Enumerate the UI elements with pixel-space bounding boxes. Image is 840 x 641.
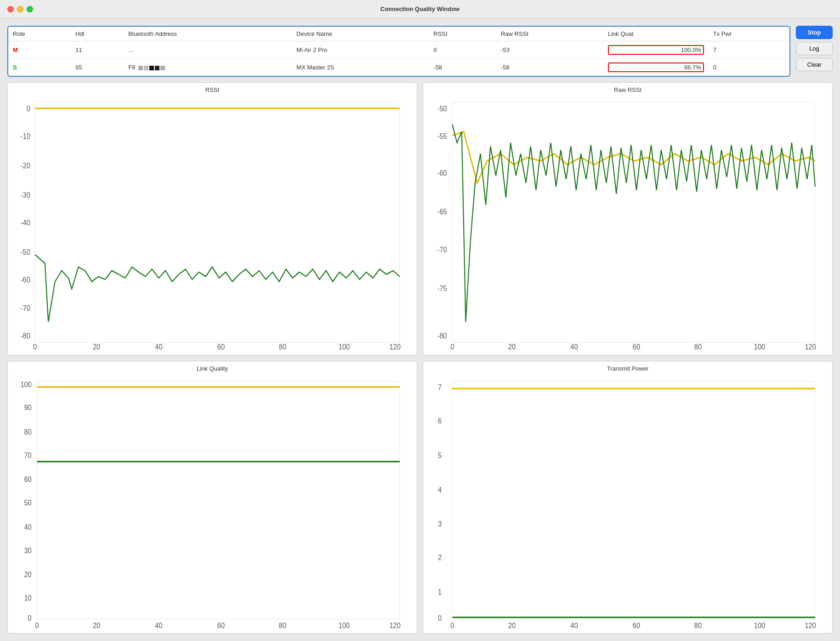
svg-text:100: 100 bbox=[20, 380, 31, 389]
svg-text:3: 3 bbox=[438, 520, 442, 528]
svg-text:-70: -70 bbox=[21, 304, 30, 312]
bt-addr-prefix: F8 bbox=[128, 64, 135, 71]
stop-button[interactable]: Stop bbox=[796, 26, 833, 39]
svg-text:100: 100 bbox=[754, 621, 765, 630]
col-header-raw-rssi: Raw RSSI bbox=[496, 27, 603, 41]
svg-text:120: 120 bbox=[805, 621, 816, 630]
svg-text:-30: -30 bbox=[21, 191, 30, 199]
col-header-hdl: Hdl bbox=[71, 27, 124, 41]
role-m: M bbox=[13, 46, 18, 53]
rssi-cell: -58 bbox=[429, 59, 496, 76]
link-quality-chart-svg: 100 90 80 70 60 50 40 30 20 10 0 0 20 40… bbox=[11, 374, 413, 630]
main-content: Role Hdl Bluetooth Address Device Name R… bbox=[0, 18, 840, 641]
svg-text:-75: -75 bbox=[437, 285, 447, 293]
rssi-cell: 0 bbox=[429, 41, 496, 59]
svg-text:-60: -60 bbox=[437, 169, 447, 177]
bt-address-cell: ... bbox=[124, 41, 292, 59]
svg-text:-65: -65 bbox=[437, 208, 447, 216]
raw-rssi-chart-box: Raw RSSI -50 -55 -60 -65 -70 -75 -80 0 2… bbox=[423, 82, 833, 355]
svg-text:10: 10 bbox=[24, 594, 32, 602]
svg-text:-10: -10 bbox=[21, 132, 30, 141]
svg-text:1: 1 bbox=[438, 588, 442, 596]
hdl-cell: 65 bbox=[71, 59, 124, 76]
svg-text:100: 100 bbox=[339, 343, 350, 351]
link-qual-value: 66.7% bbox=[608, 63, 704, 72]
link-qual-value: 100.0% bbox=[608, 45, 704, 55]
bt-address-cell: F8 bbox=[124, 59, 292, 76]
svg-text:40: 40 bbox=[570, 343, 578, 351]
svg-text:-50: -50 bbox=[21, 248, 30, 256]
svg-text:60: 60 bbox=[217, 621, 225, 630]
raw-rssi-chart-area: -50 -55 -60 -65 -70 -75 -80 0 20 40 60 8… bbox=[427, 95, 829, 351]
device-table-container: Role Hdl Bluetooth Address Device Name R… bbox=[7, 26, 790, 77]
svg-text:-70: -70 bbox=[437, 246, 447, 254]
raw-rssi-cell: -53 bbox=[496, 41, 603, 59]
svg-text:2: 2 bbox=[438, 553, 442, 561]
transmit-power-chart-svg: 7 6 5 4 3 2 1 0 0 20 40 60 80 100 120 bbox=[427, 374, 829, 630]
col-header-link-qual: Link Qual. bbox=[603, 27, 709, 41]
svg-rect-51 bbox=[37, 381, 400, 618]
transmit-power-chart-area: 7 6 5 4 3 2 1 0 0 20 40 60 80 100 120 bbox=[427, 374, 829, 630]
button-group: Stop Log Clear bbox=[796, 26, 833, 71]
svg-text:80: 80 bbox=[279, 343, 286, 351]
svg-text:-50: -50 bbox=[437, 104, 447, 113]
svg-text:60: 60 bbox=[24, 475, 32, 483]
svg-text:-60: -60 bbox=[21, 275, 30, 284]
header-section: Role Hdl Bluetooth Address Device Name R… bbox=[7, 26, 833, 77]
svg-text:40: 40 bbox=[24, 523, 32, 531]
svg-text:70: 70 bbox=[24, 451, 32, 459]
svg-rect-69 bbox=[452, 381, 815, 618]
col-header-device-name: Device Name bbox=[292, 27, 429, 41]
log-button[interactable]: Log bbox=[796, 42, 833, 55]
bt-sq-3 bbox=[149, 66, 154, 70]
col-header-tx-pwr: Tx Pwr bbox=[709, 27, 789, 41]
svg-text:20: 20 bbox=[24, 570, 32, 578]
link-quality-chart-box: Link Quality 100 90 80 70 60 50 40 30 20… bbox=[7, 361, 417, 634]
svg-text:80: 80 bbox=[694, 343, 702, 351]
svg-text:20: 20 bbox=[93, 621, 100, 630]
transmit-power-chart-title: Transmit Power bbox=[427, 365, 829, 372]
svg-rect-32 bbox=[452, 103, 815, 343]
rssi-chart-title: RSSI bbox=[11, 86, 413, 93]
svg-text:120: 120 bbox=[390, 621, 401, 630]
svg-text:100: 100 bbox=[339, 621, 350, 630]
device-name-cell: MX Master 2S bbox=[292, 59, 429, 76]
close-button[interactable] bbox=[7, 6, 14, 12]
window-title: Connection Quality Window bbox=[380, 6, 460, 12]
col-header-role: Role bbox=[8, 27, 71, 41]
link-qual-cell: 100.0% bbox=[603, 41, 709, 59]
bt-sq-1 bbox=[138, 66, 143, 70]
svg-text:50: 50 bbox=[24, 498, 32, 507]
svg-text:4: 4 bbox=[438, 485, 442, 493]
svg-text:-40: -40 bbox=[21, 218, 30, 227]
title-bar: Connection Quality Window bbox=[0, 0, 840, 18]
clear-button[interactable]: Clear bbox=[796, 58, 833, 71]
svg-text:-80: -80 bbox=[437, 332, 447, 340]
raw-rssi-chart-svg: -50 -55 -60 -65 -70 -75 -80 0 20 40 60 8… bbox=[427, 95, 829, 351]
link-qual-cell: 66.7% bbox=[603, 59, 709, 76]
link-quality-chart-title: Link Quality bbox=[11, 365, 413, 372]
svg-text:20: 20 bbox=[508, 621, 516, 630]
svg-text:0: 0 bbox=[450, 621, 454, 630]
rssi-chart-area: 0 -10 -20 -30 -40 -50 -60 -70 -80 0 20 4… bbox=[11, 95, 413, 351]
svg-text:20: 20 bbox=[93, 343, 100, 351]
svg-text:40: 40 bbox=[570, 621, 578, 630]
bt-sq-2 bbox=[144, 66, 148, 70]
svg-text:7: 7 bbox=[438, 383, 442, 391]
device-name-cell: Mi Air 2 Pro bbox=[292, 41, 429, 59]
minimize-button[interactable] bbox=[17, 6, 23, 12]
svg-rect-16 bbox=[35, 103, 400, 343]
charts-grid: RSSI 0 -10 -20 -30 -40 -50 -60 -70 -80 0… bbox=[7, 82, 833, 634]
maximize-button[interactable] bbox=[27, 6, 33, 12]
svg-text:60: 60 bbox=[633, 621, 640, 630]
svg-text:0: 0 bbox=[33, 343, 37, 351]
transmit-power-chart-box: Transmit Power 7 6 5 4 3 2 1 0 0 20 40 6… bbox=[423, 361, 833, 634]
bt-squares bbox=[138, 66, 165, 70]
svg-text:20: 20 bbox=[508, 343, 516, 351]
svg-text:6: 6 bbox=[438, 417, 442, 425]
svg-text:5: 5 bbox=[438, 451, 442, 459]
tx-pwr-cell: 0 bbox=[709, 59, 789, 76]
device-table: Role Hdl Bluetooth Address Device Name R… bbox=[8, 27, 789, 76]
svg-text:-20: -20 bbox=[21, 161, 30, 170]
col-header-bt-address: Bluetooth Address bbox=[124, 27, 292, 41]
